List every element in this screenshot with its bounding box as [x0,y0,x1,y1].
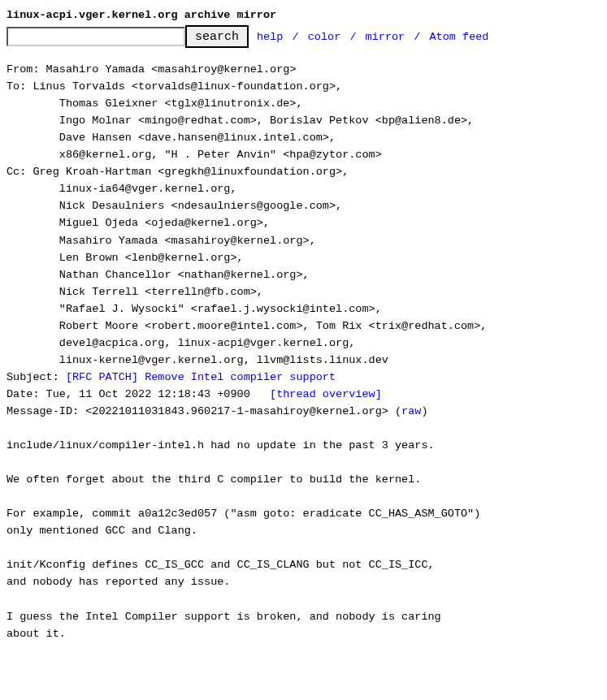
to-line: Thomas Gleixner <tglx@linutronix.de>, [59,97,303,110]
cc-line: linux-kernel@vger.kernel.org, llvm@lists… [59,354,388,366]
to-line: x86@kernel.org, "H . Peter Anvin" <hpa@z… [59,149,382,161]
cc-line: devel@acpica.org, linux-acpi@vger.kernel… [59,337,356,349]
help-link[interactable]: help [257,31,283,43]
cc-label: Cc: [7,166,33,178]
body-line: include/linux/compiler-intel.h had no up… [7,439,435,452]
mirror-link[interactable]: mirror [366,31,405,43]
top-nav: help / color / mirror / Atom feed [257,28,488,45]
nav-separator: / [290,31,301,43]
nav-separator: / [411,31,423,43]
body-line: init/Kconfig defines CC_IS_GCC and CC_IS… [7,559,435,571]
color-link[interactable]: color [308,31,341,43]
search-button[interactable]: search [185,25,249,48]
search-form: search help / color / mirror / Atom feed [7,25,600,48]
subject-link[interactable]: [RFC PATCH] Remove Intel compiler suppor… [66,371,336,383]
body-line: and nobody has reported any issue. [7,576,230,588]
to-label: To: [7,80,33,93]
thread-overview-link[interactable]: [thread overview] [270,388,382,400]
message-headers: From: Masahiro Yamada <masahiroy@kernel.… [7,61,600,642]
body-line: about it. [7,628,66,640]
cc-line: Masahiro Yamada <masahiroy@kernel.org>, [59,235,316,247]
msgid-label: Message-ID: [7,405,85,417]
to-line: Linus Torvalds <torvalds@linux-foundatio… [33,80,342,93]
cc-line: Nick Terrell <terrelln@fb.com>, [59,286,263,298]
cc-line: linux-ia64@vger.kernel.org, [59,183,237,195]
msgid-value: <20221011031843.960217-1-masahiroy@kerne… [85,405,388,417]
body-line: We often forget about the third C compil… [7,473,421,486]
cc-line: Greg Kroah-Hartman <gregkh@linuxfoundati… [33,166,349,178]
nav-separator: / [347,31,358,43]
search-input[interactable] [7,27,185,46]
from-email: <masahiroy@kernel.org> [151,63,296,76]
cc-line: Nick Desaulniers <ndesaulniers@google.co… [59,200,342,212]
atom-feed-link[interactable]: Atom feed [430,31,489,43]
cc-line: Robert Moore <robert.moore@intel.com>, T… [59,320,488,332]
body-line: only mentioned GCC and Clang. [7,525,197,537]
from-name: Masahiro Yamada [46,63,145,76]
to-line: Dave Hansen <dave.hansen@linux.intel.com… [59,132,336,144]
subject-label: Subject: [7,371,66,383]
body-line: For example, commit a0a12c3ed057 ("asm g… [7,508,480,520]
cc-line: Nathan Chancellor <nathan@kernel.org>, [59,269,310,281]
cc-line: Len Brown <lenb@kernel.org>, [59,252,244,264]
to-line: Ingo Molnar <mingo@redhat.com>, Borislav… [59,115,474,127]
raw-link[interactable]: raw [401,405,421,417]
from-label: From: [7,63,46,76]
body-line: I guess the Intel Compiler support is br… [7,611,441,623]
cc-line: Miguel Ojeda <ojeda@kernel.org>, [59,217,270,229]
date-value: Tue, 11 Oct 2022 12:18:43 +0900 [46,388,250,400]
archive-title: linux-acpi.vger.kernel.org archive mirro… [7,6,600,24]
cc-line: "Rafael J. Wysocki" <rafael.j.wysocki@in… [59,303,382,315]
date-label: Date: [7,388,46,400]
